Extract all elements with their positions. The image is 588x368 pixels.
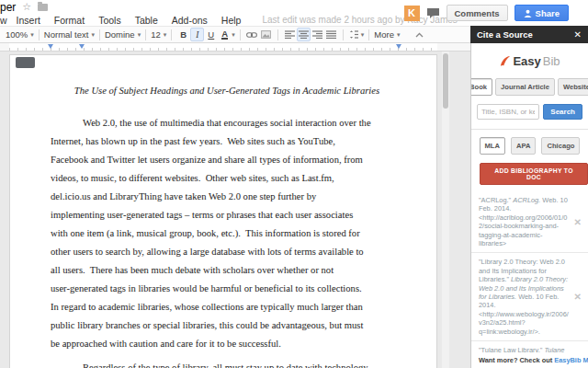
- line-spacing-icon: [348, 30, 358, 39]
- citation-style-tabs: MLAAPAChicago: [471, 137, 588, 155]
- logo-bib: Bib: [543, 54, 560, 68]
- sidebar-title: Cite a Source: [477, 29, 574, 40]
- search-row: Search: [477, 104, 582, 120]
- document-canvas[interactable]: The Use of Subject Headings and User-Gen…: [0, 52, 470, 368]
- font-size-select[interactable]: 12 ▾: [151, 29, 166, 40]
- hide-toolbar-button[interactable]: [413, 28, 426, 41]
- easybib-quill-icon: [499, 55, 511, 67]
- bold-label: B: [180, 29, 187, 40]
- document-line: Web 2.0, the use of multimedia that enco…: [51, 114, 403, 132]
- underline-button[interactable]: U: [204, 28, 218, 41]
- comment-bubble-icon[interactable]: [426, 7, 440, 19]
- document-line: del.icio.us and LibraryThing have taken …: [51, 188, 403, 206]
- ruler[interactable]: [0, 43, 470, 52]
- sidebar-footer: Want more? Check out EasyBib MyBib Pro: [471, 352, 588, 368]
- font-size-value: 12: [151, 29, 161, 40]
- star-icon[interactable]: ☆: [22, 1, 31, 13]
- italic-label: I: [196, 30, 198, 40]
- document-title[interactable]: per: [0, 1, 16, 14]
- add-bibliography-button[interactable]: ADD BIBLIOGRAPHY TO DOC: [480, 163, 588, 185]
- font-value: Domine: [105, 29, 135, 40]
- ruler-active-area: [9, 43, 437, 51]
- document-page[interactable]: The Use of Subject Headings and User-Gen…: [9, 54, 437, 368]
- chevron-down-icon: ▾: [138, 31, 141, 39]
- chevron-down-icon: ▾: [164, 31, 167, 39]
- easybib-logo: EasyBib: [471, 54, 588, 68]
- divider: [471, 129, 588, 130]
- underline-label: U: [208, 29, 214, 40]
- style-chicago[interactable]: Chicago: [541, 137, 580, 155]
- document-line: Internet, has blown up in the past few y…: [51, 132, 403, 151]
- text-color-button[interactable]: A: [218, 28, 232, 41]
- tab-book[interactable]: Book: [470, 78, 492, 96]
- menu-insert[interactable]: Insert: [17, 15, 40, 26]
- zoom-select[interactable]: 100% ▾: [6, 29, 34, 40]
- scrollbar-thumb[interactable]: [443, 53, 448, 109]
- more-label: More: [374, 29, 394, 40]
- document-scrollbar[interactable]: [442, 52, 449, 368]
- search-input[interactable]: [477, 104, 539, 120]
- delete-citation-icon[interactable]: ✕: [574, 292, 582, 302]
- comments-button[interactable]: Comments: [447, 5, 508, 21]
- share-label: Share: [536, 8, 560, 18]
- bold-button[interactable]: B: [176, 28, 190, 41]
- chevron-down-icon: ▾: [397, 31, 401, 39]
- citation-text: "ACRLog." ACRLog. Web. 10 Feb. 2014. <ht…: [479, 196, 570, 247]
- tab-website[interactable]: Website: [558, 78, 588, 96]
- search-button[interactable]: Search: [543, 104, 582, 120]
- share-button[interactable]: Share: [514, 5, 569, 21]
- style-mla[interactable]: MLA: [480, 137, 505, 155]
- citation-entry: "Library 2.0 Theory: Web 2.0 and Its Imp…: [471, 252, 588, 340]
- align-center-button[interactable]: [297, 28, 311, 41]
- align-left-icon: [285, 30, 295, 39]
- tab-journal-article[interactable]: Journal Article: [495, 78, 555, 96]
- menu-tools[interactable]: Tools: [98, 15, 121, 26]
- align-right-button[interactable]: [311, 28, 324, 41]
- mybib-pro-link[interactable]: EasyBib MyBib Pro: [554, 356, 588, 364]
- first-line-indent-marker[interactable]: [79, 44, 85, 49]
- close-icon[interactable]: ✕: [574, 29, 582, 40]
- chevron-down-icon[interactable]: ▾: [232, 31, 235, 39]
- app-header: per ☆ w InsertFormatToolsTableAdd-onsHel…: [0, 0, 588, 26]
- folder-icon[interactable]: [38, 4, 48, 11]
- left-indent-marker[interactable]: [48, 44, 53, 49]
- style-apa[interactable]: APA: [511, 137, 536, 155]
- align-right-icon: [312, 30, 322, 39]
- document-line: Facebook and Twitter let users organize …: [51, 151, 403, 169]
- logo-easy: Easy: [513, 54, 540, 68]
- more-button[interactable]: More ▾: [374, 29, 400, 40]
- citation-list: "ACRLog." ACRLog. Web. 10 Feb. 2014. <ht…: [471, 191, 588, 368]
- document-line: videos, to music, to different websites.…: [51, 169, 403, 188]
- avatar[interactable]: K: [404, 6, 420, 21]
- page-marker-badge: [16, 57, 35, 68]
- delete-citation-icon[interactable]: ✕: [574, 217, 582, 227]
- font-select[interactable]: Domine ▾: [105, 29, 141, 40]
- menu-items: InsertFormatToolsTableAdd-onsHelp: [17, 15, 255, 26]
- menu-help[interactable]: Help: [221, 15, 242, 26]
- chevron-up-icon: [415, 32, 424, 38]
- align-justify-button[interactable]: [324, 28, 338, 41]
- document-line: Regardless of the type of library, all m…: [51, 359, 403, 368]
- line-spacing-button[interactable]: ▾: [348, 30, 365, 39]
- chevron-down-icon: ▾: [91, 31, 95, 39]
- align-left-button[interactable]: [283, 28, 297, 41]
- header-right-cluster: K Comments Share: [404, 4, 570, 22]
- document-line: user-generated tags in libraries would b…: [51, 280, 403, 298]
- right-indent-marker[interactable]: [396, 44, 401, 49]
- document-line: public library branches or special libra…: [51, 316, 403, 335]
- menu-add-ons[interactable]: Add-ons: [172, 15, 208, 26]
- citation-entry: "ACRLog." ACRLog. Web. 10 Feb. 2014. <ht…: [471, 191, 588, 252]
- document-paragraph-1: Web 2.0, the use of multimedia that enco…: [51, 114, 403, 353]
- menu-view-partial[interactable]: w: [0, 15, 7, 26]
- paragraph-style-select[interactable]: Normal text ▾: [44, 29, 95, 40]
- insert-link-button[interactable]: [245, 28, 259, 41]
- link-icon: [246, 31, 257, 39]
- share-person-icon: [524, 9, 532, 17]
- chevron-down-icon: ▾: [30, 31, 34, 39]
- easybib-sidebar: EasyBib BookJournal ArticleWebsite Searc…: [470, 43, 588, 368]
- italic-button[interactable]: I: [190, 28, 204, 41]
- citation-title-italic: ACRLog.: [513, 196, 540, 204]
- menu-format[interactable]: Format: [54, 15, 85, 26]
- menu-table[interactable]: Table: [135, 15, 158, 26]
- insert-image-button[interactable]: [259, 28, 273, 41]
